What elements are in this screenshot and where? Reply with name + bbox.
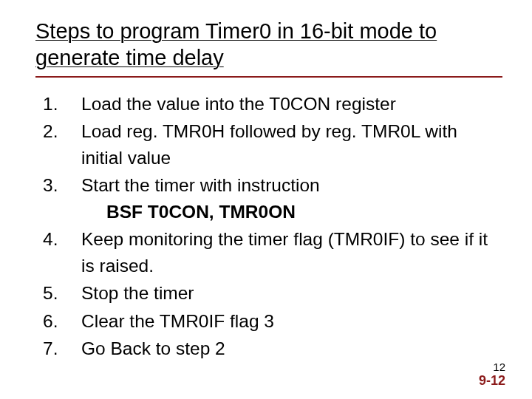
list-item: Clear the TMR0IF flag 3 (35, 308, 502, 335)
code-line: BSF T0CON, TMR0ON (81, 199, 502, 225)
steps-list: Load the value into the T0CON register L… (35, 91, 502, 362)
step-text: Go Back to step 2 (81, 335, 502, 362)
list-item: Load the value into the T0CON register (35, 91, 502, 117)
list-item: Go Back to step 2 (35, 335, 502, 362)
step-text: Start the timer with instruction (81, 175, 320, 195)
step-text: Keep monitoring the timer flag (TMR0IF) … (81, 226, 502, 279)
title-divider: Steps to program Timer0 in 16-bit mode t… (35, 18, 502, 78)
footer: 12 9-12 (479, 361, 505, 389)
list-item: Load reg. TMR0H followed by reg. TMR0L w… (35, 118, 502, 171)
slide-title: Steps to program Timer0 in 16-bit mode t… (35, 18, 502, 72)
step-body: Start the timer with instruction BSF T0C… (81, 172, 502, 225)
slide: Steps to program Timer0 in 16-bit mode t… (0, 0, 532, 399)
list-item: Start the timer with instruction BSF T0C… (35, 172, 502, 225)
list-item: Stop the timer (35, 280, 502, 307)
list-item: Keep monitoring the timer flag (TMR0IF) … (35, 226, 502, 279)
page-number-section: 9-12 (479, 373, 505, 389)
step-text: Stop the timer (81, 280, 502, 307)
step-text: Load reg. TMR0H followed by reg. TMR0L w… (81, 118, 502, 171)
page-number-small: 12 (479, 361, 505, 373)
step-text: Load the value into the T0CON register (81, 91, 502, 117)
step-text: Clear the TMR0IF flag 3 (81, 308, 502, 335)
